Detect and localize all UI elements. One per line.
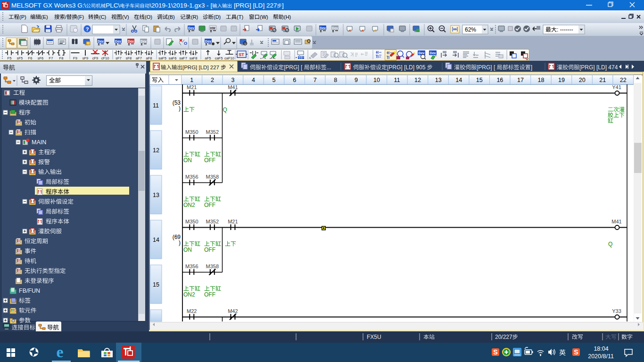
svg-text:R: R [193, 14, 197, 20]
svg-text:C: C [101, 14, 105, 20]
svg-text:[PRG] [LD] 474: [PRG] [LD] 474 [579, 64, 618, 71]
svg-text:3: 3 [201, 2, 205, 9]
svg-text:saF6: saF6 [169, 56, 177, 60]
svg-text:7: 7 [273, 2, 277, 9]
svg-text:Dev: Dev [430, 51, 436, 55]
svg-text:4: 4 [252, 77, 255, 83]
svg-text:F: F [33, 2, 37, 9]
svg-text:sF7: sF7 [116, 56, 122, 60]
svg-text:9: 9 [162, 2, 166, 9]
svg-text:Dev: Dev [115, 40, 121, 43]
svg-text:X: X [48, 2, 52, 9]
svg-text:62%: 62% [465, 26, 476, 33]
svg-text:\: \ [84, 2, 86, 9]
svg-text:G: G [77, 2, 83, 9]
svg-text:M356: M356 [185, 263, 198, 269]
svg-text:P: P [236, 2, 240, 9]
svg-text:R: R [240, 2, 245, 9]
svg-text:g: g [195, 2, 198, 9]
svg-text:]: ] [531, 64, 532, 71]
svg-text:[PRG] [: [PRG] [ [284, 64, 303, 71]
svg-text:OFF: OFF [204, 291, 215, 298]
svg-text:M41: M41 [228, 84, 238, 90]
svg-text:M352: M352 [206, 129, 219, 135]
svg-text:): ) [173, 14, 175, 20]
svg-text:cF10: cF10 [101, 56, 109, 60]
svg-text:Q: Q [223, 107, 227, 113]
svg-text:M42: M42 [228, 308, 238, 314]
svg-text:12: 12 [153, 147, 159, 154]
svg-text:): ) [179, 105, 181, 112]
svg-text:T: T [38, 2, 41, 9]
svg-text:2: 2 [151, 2, 155, 9]
svg-text:: -------: : ------- [557, 26, 573, 33]
svg-text:M21: M21 [228, 219, 238, 224]
svg-text:M41: M41 [611, 219, 621, 224]
svg-text:2: 2 [211, 77, 214, 83]
svg-text:2: 2 [173, 2, 177, 9]
svg-text:1: 1 [180, 2, 184, 9]
svg-text:E: E [43, 14, 46, 20]
svg-text:20: 20 [579, 77, 586, 83]
svg-text:M358: M358 [206, 174, 219, 180]
svg-text:Dev: Dev [98, 40, 104, 43]
svg-text:5: 5 [272, 77, 276, 83]
svg-text:saF7: saF7 [179, 56, 187, 60]
svg-text:sF5: sF5 [17, 56, 23, 60]
svg-text:/: / [65, 14, 67, 20]
svg-text:ON: ON [183, 157, 192, 164]
svg-text:Dev: Dev [128, 40, 134, 43]
svg-text:sF8: sF8 [126, 56, 132, 60]
svg-text:): ) [241, 14, 243, 20]
svg-text:D: D [258, 2, 263, 9]
svg-text:): ) [82, 14, 84, 20]
svg-text:aF7: aF7 [136, 56, 142, 60]
svg-text:S: S [574, 348, 578, 356]
svg-text:13: 13 [435, 77, 442, 83]
svg-text:MAIN: MAIN [32, 139, 46, 146]
svg-text:Y33: Y33 [612, 308, 621, 314]
svg-text:[PRG] [: [PRG] [ [477, 64, 495, 71]
svg-text:caF10: caF10 [224, 56, 234, 60]
svg-text:OFF: OFF [204, 247, 215, 253]
svg-text:ON2: ON2 [183, 291, 195, 298]
svg-text:8: 8 [334, 77, 337, 83]
svg-text:-: - [206, 2, 209, 9]
svg-text:Dev: Dev [140, 40, 147, 43]
svg-text:OFF: OFF [204, 157, 215, 164]
svg-text:21: 21 [599, 77, 606, 83]
svg-text:S: S [493, 348, 497, 356]
svg-text:2: 2 [266, 2, 270, 9]
svg-text:M22: M22 [187, 308, 197, 314]
svg-text:10: 10 [373, 77, 380, 83]
svg-text:6: 6 [293, 77, 296, 83]
svg-text:9: 9 [183, 2, 187, 9]
svg-text:o: o [60, 2, 64, 9]
svg-text:caF5: caF5 [215, 56, 223, 60]
svg-text:Dev: Dev [188, 26, 194, 30]
svg-text:): ) [219, 14, 221, 20]
svg-text:): ) [105, 14, 107, 20]
svg-text:Dev: Dev [205, 40, 211, 43]
svg-text:M: M [11, 2, 17, 9]
svg-text:G: G [43, 2, 49, 9]
svg-text:Dev: Dev [419, 51, 425, 55]
svg-text:...: ... [327, 64, 331, 71]
svg-text:ST: ST [239, 52, 244, 57]
svg-text:F8: F8 [59, 56, 64, 60]
svg-text:): ) [179, 239, 181, 246]
svg-text:e: e [56, 343, 63, 361]
svg-text:cF9: cF9 [92, 56, 99, 60]
svg-text:]: ] [263, 2, 264, 9]
svg-text:Dev: Dev [320, 26, 326, 30]
svg-text:[PRG] [LD] 227: [PRG] [LD] 227 [182, 65, 219, 70]
svg-text:FX5U: FX5U [367, 334, 381, 340]
svg-text:11: 11 [153, 102, 159, 109]
svg-text:\: \ [118, 2, 120, 9]
svg-text:O: O [184, 41, 187, 46]
svg-text:11: 11 [394, 77, 400, 83]
svg-text:G: G [244, 2, 249, 9]
svg-text:sF6: sF6 [38, 56, 44, 60]
svg-text:P: P [106, 2, 110, 9]
svg-text:B: B [170, 14, 173, 20]
